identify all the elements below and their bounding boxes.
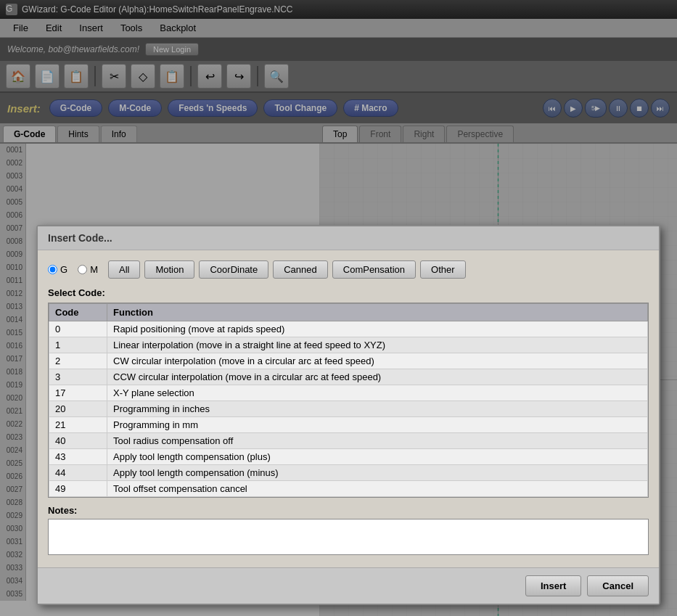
code-table: Code Function 0Rapid positioning (move a… xyxy=(49,303,648,497)
table-cell-code: 20 xyxy=(49,401,107,417)
table-row[interactable]: 44Apply tool length compensation (minus) xyxy=(49,465,648,481)
table-row[interactable]: 21Programming in mm xyxy=(49,417,648,433)
all-filter-button[interactable]: All xyxy=(108,260,140,279)
table-row[interactable]: 2CW circular interpolation (move in a ci… xyxy=(49,353,648,369)
table-cell-code: 3 xyxy=(49,369,107,385)
select-code-label: Select Code: xyxy=(48,287,649,298)
dialog-footer: Insert Cancel xyxy=(38,567,659,604)
filter-row: G M All Motion CoorDinate Canned ComPens… xyxy=(48,260,649,279)
table-row[interactable]: 40Tool radius compensation off xyxy=(49,433,648,449)
table-cell-function: Programming in inches xyxy=(107,401,648,417)
code-table-wrapper[interactable]: Code Function 0Rapid positioning (move a… xyxy=(48,303,649,498)
table-cell-function: Apply tool length compensation (plus) xyxy=(107,449,648,465)
radio-m[interactable] xyxy=(78,265,87,274)
radio-m-label: M xyxy=(90,264,98,275)
table-cell-code: 21 xyxy=(49,417,107,433)
table-row[interactable]: 1Linear interpolation (move in a straigh… xyxy=(49,337,648,353)
dialog-body: G M All Motion CoorDinate Canned ComPens… xyxy=(38,250,659,567)
radio-g-group: G xyxy=(48,264,67,275)
radio-g-label: G xyxy=(60,264,67,275)
table-cell-function: Tool radius compensation off xyxy=(107,433,648,449)
notes-label: Notes: xyxy=(48,505,649,516)
table-cell-function: CCW circular interpolation (move in a ci… xyxy=(107,369,648,385)
table-cell-code: 40 xyxy=(49,433,107,449)
table-row[interactable]: 20Programming in inches xyxy=(49,401,648,417)
radio-m-group: M xyxy=(78,264,98,275)
dialog-title: Insert Code... xyxy=(38,226,659,250)
motion-filter-button[interactable]: Motion xyxy=(144,260,194,279)
dialog-overlay: Insert Code... G M All Motion CoorDinate… xyxy=(0,0,677,616)
insert-code-dialog: Insert Code... G M All Motion CoorDinate… xyxy=(36,225,660,605)
table-row[interactable]: 43Apply tool length compensation (plus) xyxy=(49,449,648,465)
table-cell-function: X-Y plane selection xyxy=(107,385,648,401)
table-cell-function: Tool offset compensation cancel xyxy=(107,481,648,497)
coordinate-filter-button[interactable]: CoorDinate xyxy=(199,260,268,279)
col-header-function: Function xyxy=(107,304,648,321)
table-cell-function: CW circular interpolation (move in a cir… xyxy=(107,353,648,369)
table-row[interactable]: 49Tool offset compensation cancel xyxy=(49,481,648,497)
col-header-code: Code xyxy=(49,304,107,321)
radio-g[interactable] xyxy=(48,265,57,274)
table-row[interactable]: 17X-Y plane selection xyxy=(49,385,648,401)
table-row[interactable]: 0Rapid positioning (move at rapids speed… xyxy=(49,321,648,337)
table-cell-function: Apply tool length compensation (minus) xyxy=(107,465,648,481)
table-cell-code: 44 xyxy=(49,465,107,481)
table-cell-code: 43 xyxy=(49,449,107,465)
table-cell-code: 0 xyxy=(49,321,107,337)
table-row[interactable]: 3CCW circular interpolation (move in a c… xyxy=(49,369,648,385)
table-cell-function: Linear interpolation (move in a straight… xyxy=(107,337,648,353)
table-cell-code: 49 xyxy=(49,481,107,497)
cancel-button[interactable]: Cancel xyxy=(587,575,649,596)
table-cell-code: 17 xyxy=(49,385,107,401)
insert-button[interactable]: Insert xyxy=(525,575,581,596)
other-filter-button[interactable]: Other xyxy=(420,260,466,279)
notes-textarea[interactable] xyxy=(48,519,649,555)
table-cell-function: Programming in mm xyxy=(107,417,648,433)
table-cell-code: 1 xyxy=(49,337,107,353)
table-cell-function: Rapid positioning (move at rapids speed) xyxy=(107,321,648,337)
compensation-filter-button[interactable]: ComPensation xyxy=(332,260,416,279)
canned-filter-button[interactable]: Canned xyxy=(273,260,328,279)
table-cell-code: 2 xyxy=(49,353,107,369)
